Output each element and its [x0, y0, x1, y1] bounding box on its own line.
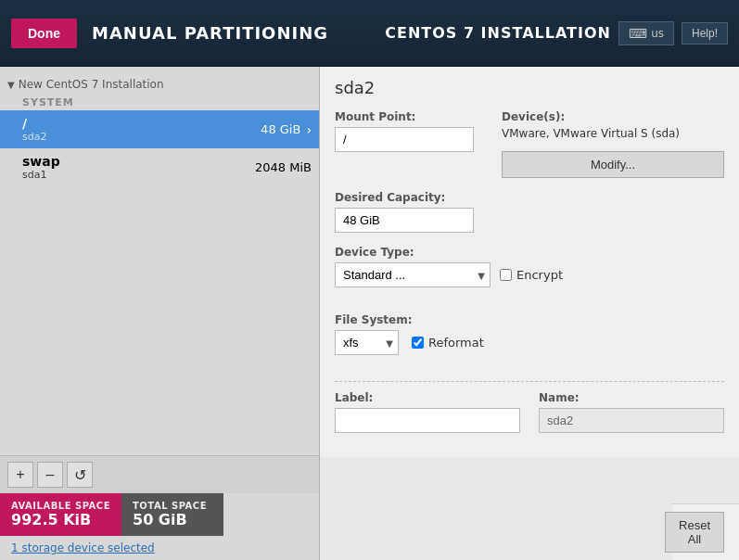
total-space-box: TOTAL SPACE 50 GiB [121, 493, 223, 536]
mount-point-label: Mount Point: [335, 110, 474, 123]
modify-button[interactable]: Modify... [502, 151, 724, 178]
reformat-label: Reformat [428, 336, 484, 350]
partition-tree: ▼ New CentOS 7 Installation SYSTEM / sda… [0, 67, 319, 455]
name-field-label: Name: [539, 391, 724, 404]
device-type-select[interactable]: Standard ... LVM LVM Thin Provisioning B… [335, 262, 491, 287]
partition-swap-right: 2048 MiB [255, 160, 312, 174]
filesystem-row: xfs ext4 ext3 ext2 swap ▼ Reformat [335, 330, 724, 355]
page-title: MANUAL PARTITIONING [92, 23, 328, 43]
space-indicators: AVAILABLE SPACE 992.5 KiB TOTAL SPACE 50… [0, 493, 319, 536]
main-content: ▼ New CentOS 7 Installation SYSTEM / sda… [0, 67, 739, 560]
device-type-select-wrapper: Standard ... LVM LVM Thin Provisioning B… [335, 262, 491, 287]
partition-root-mount: / [22, 116, 46, 131]
reset-all-button[interactable]: Reset All [665, 512, 724, 553]
encrypt-label: Encrypt [516, 268, 563, 282]
desired-capacity-label: Desired Capacity: [335, 191, 724, 204]
device-type-group: Device Type: Standard ... LVM LVM Thin P… [335, 246, 724, 300]
tree-group-label: New CentOS 7 Installation [19, 78, 164, 91]
label-group: Label: [335, 391, 520, 433]
section-divider [335, 381, 724, 382]
header-left: Done MANUAL PARTITIONING [11, 19, 328, 48]
add-partition-button[interactable]: + [7, 462, 33, 488]
header-right: CENTOS 7 INSTALLATION ⌨ us Help! [385, 21, 728, 45]
remove-partition-button[interactable]: – [37, 462, 63, 488]
mount-point-group: Mount Point: [335, 110, 474, 178]
device-value: VMware, VMware Virtual S (sda) [502, 127, 724, 140]
partition-title: sda2 [335, 78, 724, 97]
partition-item-swap[interactable]: swap sda1 2048 MiB [0, 148, 319, 186]
keyboard-lang: us [651, 27, 664, 40]
total-space-label: TOTAL SPACE [133, 501, 212, 511]
available-space-value: 992.5 KiB [11, 511, 110, 528]
help-button[interactable]: Help! [682, 22, 728, 45]
partition-item-root[interactable]: / sda2 48 GiB › [0, 110, 319, 148]
file-system-select-wrapper: xfs ext4 ext3 ext2 swap ▼ [335, 330, 399, 355]
partition-root-device: sda2 [22, 131, 46, 143]
partition-toolbar: + – ↺ [0, 455, 319, 493]
device-info-group: Device(s): VMware, VMware Virtual S (sda… [492, 110, 724, 178]
partition-swap-info: swap sda1 [22, 154, 60, 181]
system-label: SYSTEM [0, 95, 319, 110]
centos-title: CENTOS 7 INSTALLATION [385, 24, 611, 42]
device-type-label: Device Type: [335, 246, 724, 259]
keyboard-icon: ⌨ [629, 26, 647, 41]
tree-group-header[interactable]: ▼ New CentOS 7 Installation [0, 74, 319, 95]
mount-device-row: Mount Point: Device(s): VMware, VMware V… [335, 110, 724, 178]
device-type-row: Standard ... LVM LVM Thin Provisioning B… [335, 262, 724, 287]
total-space-value: 50 GiB [133, 511, 212, 528]
name-input[interactable] [539, 408, 724, 433]
storage-link[interactable]: 1 storage device selected [11, 541, 155, 554]
partition-root-right: 48 GiB › [261, 122, 312, 137]
label-name-row: Label: Name: [335, 391, 724, 433]
file-system-label: File System: [335, 313, 724, 326]
name-group: Name: [539, 391, 724, 433]
keyboard-indicator[interactable]: ⌨ us [618, 21, 674, 45]
right-panel-wrapper: sda2 Mount Point: Device(s): VMware, VMw… [320, 67, 739, 560]
header: Done MANUAL PARTITIONING CENTOS 7 INSTAL… [0, 0, 739, 67]
bottom-bar: Reset All [672, 503, 739, 560]
encrypt-group: Encrypt [500, 268, 563, 282]
partition-root-arrow-icon: › [306, 122, 312, 137]
reformat-group: Reformat [412, 336, 484, 350]
left-panel: ▼ New CentOS 7 Installation SYSTEM / sda… [0, 67, 320, 560]
partition-swap-size: 2048 MiB [255, 160, 312, 174]
available-space-label: AVAILABLE SPACE [11, 501, 110, 511]
desired-capacity-input[interactable] [335, 208, 474, 233]
label-input[interactable] [335, 408, 520, 433]
device-label: Device(s): [502, 110, 724, 123]
partition-root-size: 48 GiB [261, 122, 300, 136]
tree-arrow-icon: ▼ [7, 80, 15, 90]
storage-link-container: 1 storage device selected [0, 536, 319, 560]
right-panel: sda2 Mount Point: Device(s): VMware, VMw… [320, 67, 739, 457]
desired-capacity-group: Desired Capacity: [335, 191, 724, 233]
partition-swap-mount: swap [22, 154, 60, 169]
available-space-box: AVAILABLE SPACE 992.5 KiB [0, 493, 121, 536]
file-system-select[interactable]: xfs ext4 ext3 ext2 swap [335, 330, 399, 355]
reformat-checkbox[interactable] [412, 337, 424, 349]
partition-swap-device: sda1 [22, 169, 60, 181]
label-field-label: Label: [335, 391, 520, 404]
encrypt-checkbox[interactable] [500, 269, 512, 281]
file-system-group: File System: xfs ext4 ext3 ext2 swap ▼ [335, 313, 724, 368]
partition-root-info: / sda2 [22, 116, 46, 143]
refresh-button[interactable]: ↺ [67, 462, 93, 488]
mount-point-input[interactable] [335, 127, 474, 152]
done-button[interactable]: Done [11, 19, 77, 48]
